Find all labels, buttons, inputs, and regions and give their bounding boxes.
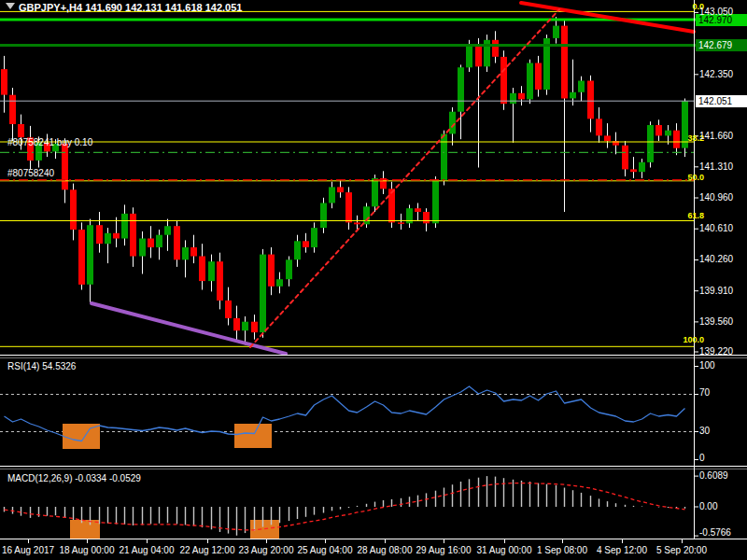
candle-body: [199, 257, 205, 282]
candle-body: [18, 124, 24, 137]
price-tick-label: 140.610: [699, 223, 733, 233]
candle-body: [286, 259, 292, 279]
time-tick-label: 31 Aug 00:00: [477, 545, 532, 555]
time-tick-label: 25 Aug 04:00: [298, 545, 353, 555]
candle-body: [561, 26, 568, 99]
rsi-axis-30: 30: [699, 426, 710, 436]
candle-body: [87, 225, 93, 285]
price-tick-label: 139.910: [699, 286, 733, 296]
candle-body: [492, 40, 499, 57]
price-tick-label: 141.310: [699, 161, 733, 172]
candle-body: [500, 57, 507, 104]
candle-body: [130, 214, 136, 257]
panel-frames: [0, 0, 747, 543]
macd-panel[interactable]: [5, 476, 685, 539]
candle-body: [466, 47, 472, 68]
candle-body: [535, 63, 542, 91]
candle-body: [578, 81, 585, 92]
price-tick-label: 140.260: [699, 254, 733, 264]
candle-body: [329, 187, 335, 203]
time-tick-label: 5 Sep 20:00: [656, 545, 707, 555]
candle-body: [665, 131, 671, 136]
candle-body: [62, 144, 68, 189]
candle-body: [372, 178, 378, 206]
candle-body: [354, 222, 360, 224]
rsi-highlight-box: [234, 424, 272, 448]
price-badge-resistance-lower: 142.679: [696, 39, 747, 51]
red-channel-trendline: [250, 9, 559, 347]
rsi-axis-100: 100: [699, 360, 715, 371]
time-tick-label: 21 Aug 04:00: [120, 545, 175, 555]
macd-axis-max: 0.6089: [699, 470, 728, 481]
candle-body: [113, 233, 120, 239]
candle-body: [251, 322, 258, 332]
candle-body: [388, 189, 395, 222]
macd-indicator-label: MACD(12,26,9) -0.0334 -0.0529: [7, 473, 141, 483]
symbol-dropdown-icon[interactable]: [6, 3, 15, 9]
candle-body: [630, 169, 637, 172]
candle-body: [121, 214, 128, 239]
rsi-panel[interactable]: [0, 386, 694, 449]
candle-body: [156, 235, 162, 247]
candle-body: [225, 301, 232, 318]
fib-label-50: 50.0: [687, 173, 704, 182]
candle-body: [673, 131, 680, 148]
fib-label-618: 61.8: [687, 211, 704, 220]
candle-body: [242, 322, 248, 331]
price-tick-label: 139.560: [699, 316, 733, 327]
candle-body: [518, 93, 525, 100]
candle-body: [596, 119, 602, 135]
candle-body: [423, 212, 430, 223]
candle-body: [553, 26, 559, 38]
macd-signal-line: [5, 483, 685, 530]
order-label-pending: #80758240: [7, 168, 54, 178]
time-tick-label: 22 Aug 12:00: [180, 545, 235, 555]
macd-axis-min: -0.5766: [699, 527, 731, 538]
candle-body: [458, 67, 464, 112]
red-resistance-trendline: [521, 3, 694, 32]
candle-body: [78, 230, 85, 285]
candle-body: [9, 95, 16, 124]
candle-body: [604, 135, 611, 141]
candle-body: [320, 203, 327, 229]
candle-body: [105, 233, 111, 244]
rsi-indicator-label: RSI(14) 54.5326: [7, 361, 76, 371]
candle-body: [139, 239, 146, 257]
time-tick-label: 18 Aug 00:00: [60, 545, 115, 555]
main-price-panel[interactable]: [0, 3, 747, 354]
time-tick-label: 23 Aug 20:00: [239, 545, 294, 555]
candle-body: [148, 239, 154, 248]
candle-body: [337, 187, 344, 192]
price-tick-label: 139.220: [699, 346, 733, 357]
macd-highlight-box: [70, 520, 100, 539]
candle-body: [484, 40, 490, 67]
candle-body: [190, 247, 197, 257]
price-tick-label: 142.350: [699, 69, 733, 79]
time-tick-label: 16 Aug 2017: [2, 545, 54, 555]
price-badge-current-bid: 142.051: [696, 95, 747, 107]
candle-body: [449, 112, 456, 134]
candle-body: [587, 81, 594, 119]
time-tick-label: 29 Aug 16:00: [416, 545, 472, 555]
candle-body: [70, 189, 77, 230]
fib-label-100: 100.0: [683, 335, 704, 344]
candle-body: [233, 318, 240, 330]
candle-body: [527, 63, 533, 100]
time-tick-label: 28 Aug 08:00: [358, 545, 413, 555]
candle-body: [622, 146, 628, 170]
candle-body: [182, 247, 189, 259]
time-tick-label: 4 Sep 12:00: [597, 545, 647, 555]
candle-body: [268, 255, 275, 287]
rsi-axis-0: 0: [699, 453, 705, 463]
price-tick-label: 143.050: [699, 7, 733, 17]
candle-body: [311, 228, 317, 247]
chart-title: GBPJPY+,H4 141.690 142.131 141.618 142.0…: [19, 2, 242, 13]
candle-body: [647, 125, 654, 162]
candle-body: [294, 241, 301, 259]
macd-axis-zero: 0.00: [699, 501, 717, 511]
price-tick-label: 141.660: [699, 131, 733, 141]
candle-body: [398, 222, 404, 224]
candle-body: [276, 279, 283, 287]
candle-body: [639, 162, 645, 172]
candle-body: [174, 226, 180, 259]
